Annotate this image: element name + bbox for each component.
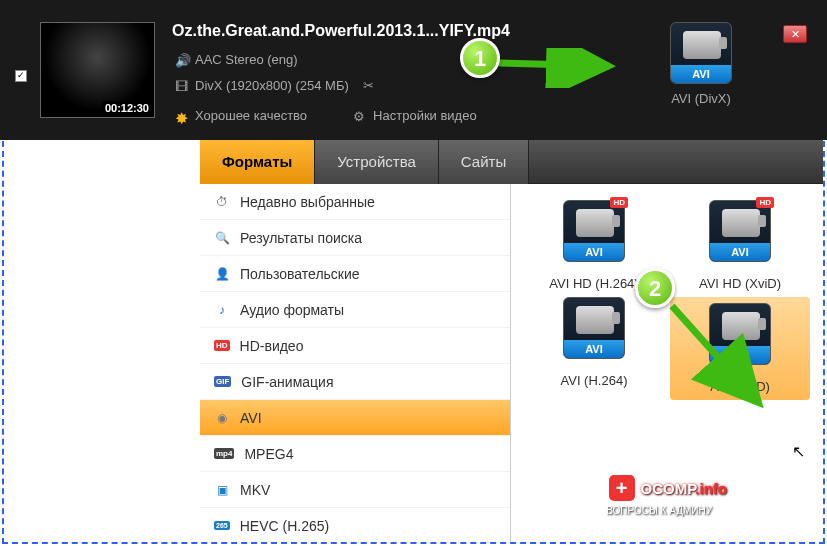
gear-icon[interactable]: ⚙	[353, 109, 367, 123]
close-button[interactable]: ✕	[783, 25, 807, 43]
svg-line-0	[499, 63, 609, 66]
sidebar-label: Аудио форматы	[240, 302, 344, 318]
category-icon: ▣	[214, 482, 230, 498]
category-icon: ⏱	[214, 194, 230, 210]
sidebar-item[interactable]: HDHD-видео	[200, 328, 510, 364]
current-preset[interactable]: AVI AVI (DivX)	[670, 22, 732, 106]
sidebar-label: HEVC (H.265)	[240, 518, 329, 534]
sidebar-item[interactable]: mp4MPEG4	[200, 436, 510, 472]
quality-label: Хорошее качество	[195, 108, 307, 123]
callout-2: 2	[635, 268, 675, 308]
format-icon-avi: AVI	[670, 22, 732, 84]
sidebar-item[interactable]: 🔍Результаты поиска	[200, 220, 510, 256]
sidebar-label: MPEG4	[244, 446, 293, 462]
item-checkbox[interactable]: ✓	[15, 70, 27, 82]
scissors-icon[interactable]: ✂	[363, 78, 374, 93]
timestamp: 00:12:30	[102, 101, 152, 115]
category-icon: 👤	[214, 266, 230, 282]
preset-caption: AVI (DivX)	[670, 91, 732, 106]
hd-badge: HD	[610, 197, 628, 208]
speaker-icon: 🔊	[175, 53, 189, 67]
callout-1: 1	[460, 38, 500, 78]
watermark-icon: +	[609, 475, 635, 501]
sidebar-label: Пользовательские	[240, 266, 360, 282]
tab-devices[interactable]: Устройства	[315, 140, 438, 184]
cursor-icon: ↖	[792, 442, 805, 461]
format-option[interactable]: AVIAVI (H.264)	[524, 297, 664, 400]
format-caption: AVI HD (XviD)	[670, 276, 810, 291]
format-caption: AVI (H.264)	[524, 373, 664, 388]
sidebar-label: AVI	[240, 410, 262, 426]
category-sidebar: ⏱Недавно выбранные🔍Результаты поиска👤Пол…	[200, 184, 511, 542]
sidebar-label: Результаты поиска	[240, 230, 362, 246]
file-name: Oz.the.Great.and.Powerful.2013.1...YIFY.…	[172, 22, 510, 40]
settings-link[interactable]: Настройки видео	[373, 108, 477, 123]
sidebar-item[interactable]: 👤Пользовательские	[200, 256, 510, 292]
sidebar-item[interactable]: ▣MKV	[200, 472, 510, 508]
film-icon: 🎞	[175, 79, 189, 93]
arrow-2	[664, 298, 784, 428]
sidebar-label: GIF-анимация	[241, 374, 333, 390]
format-icon: HDAVI	[709, 200, 771, 262]
gif-icon: GIF	[214, 376, 231, 387]
sidebar-item[interactable]: 265HEVC (H.265)	[200, 508, 510, 542]
sidebar-label: MKV	[240, 482, 270, 498]
format-icon: HDAVI	[563, 200, 625, 262]
video-info: DivX (1920x800) (254 МБ)	[195, 78, 349, 93]
watermark-sub: ВОПРОСЫ К АДМИНУ	[606, 505, 712, 516]
category-icon: ♪	[214, 302, 230, 318]
video-thumbnail[interactable]: 00:12:30	[40, 22, 155, 118]
watermark: + OCOMP.info	[609, 475, 727, 501]
sidebar-item[interactable]: ⏱Недавно выбранные	[200, 184, 510, 220]
sidebar-item[interactable]: ◉AVI	[200, 400, 510, 436]
tab-bar: Форматы Устройства Сайты	[200, 140, 823, 184]
category-icon: ◉	[214, 410, 230, 426]
tab-formats[interactable]: Форматы	[200, 140, 315, 184]
category-icon: 🔍	[214, 230, 230, 246]
arrow-1	[494, 48, 624, 88]
mp4-icon: mp4	[214, 448, 234, 459]
hd-icon: HD	[214, 340, 230, 351]
tab-sites[interactable]: Сайты	[439, 140, 529, 184]
audio-info: AAC Stereo (eng)	[195, 52, 298, 67]
star-icon: ✸	[175, 109, 189, 123]
h265-icon: 265	[214, 521, 230, 530]
sidebar-item[interactable]: ♪Аудио форматы	[200, 292, 510, 328]
sidebar-item[interactable]: GIFGIF-анимация	[200, 364, 510, 400]
header-panel: ✓ 00:12:30 Oz.the.Great.and.Powerful.201…	[0, 0, 827, 140]
sidebar-label: HD-видео	[240, 338, 304, 354]
svg-line-1	[672, 306, 759, 403]
format-option[interactable]: HDAVIAVI HD (XviD)	[670, 200, 810, 291]
hd-badge: HD	[756, 197, 774, 208]
format-icon: AVI	[563, 297, 625, 359]
sidebar-label: Недавно выбранные	[240, 194, 375, 210]
